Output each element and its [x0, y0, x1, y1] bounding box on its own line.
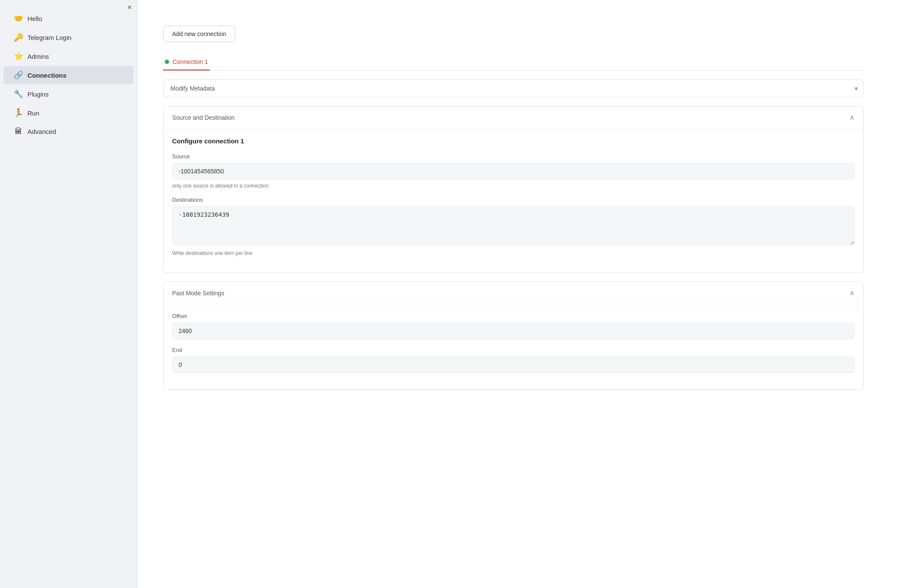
sidebar-item-plugins[interactable]: 🔧 Plugins	[3, 85, 133, 103]
source-label: Source	[172, 153, 855, 160]
sidebar-item-advanced[interactable]: 🏛 Advanced	[3, 123, 133, 140]
plugins-icon: 🔧	[14, 89, 23, 99]
close-button[interactable]: ×	[127, 3, 132, 11]
sidebar-nav: 🤝 Hello 🔑 Telegram Login ⭐ Admins 🔗 Conn…	[0, 5, 137, 145]
sidebar-item-admins[interactable]: ⭐ Admins	[3, 47, 133, 65]
main-content: Add new connection Connection 1 Modify M…	[137, 0, 898, 588]
modify-metadata-select[interactable]: Modify Metadata	[163, 79, 864, 97]
sidebar-item-label: Connections	[27, 72, 67, 79]
configure-title: Configure connection 1	[172, 137, 855, 145]
source-input[interactable]	[172, 163, 855, 179]
past-mode-chevron-icon: ∧	[849, 289, 855, 297]
add-connection-button[interactable]: Add new connection	[163, 26, 235, 42]
destinations-field-group: Destinations -1001923236439 Write destin…	[172, 197, 855, 256]
source-destination-section: Source and Destination ∧ Configure conne…	[163, 106, 864, 273]
key-icon: 🔑	[14, 33, 23, 42]
connections-icon: 🔗	[14, 70, 23, 80]
connection-status-dot	[165, 60, 169, 64]
modify-metadata-dropdown-wrapper: Modify Metadata ▾	[163, 79, 864, 97]
source-destination-chevron-icon: ∧	[849, 113, 855, 121]
end-input[interactable]	[172, 357, 855, 373]
source-destination-title: Source and Destination	[172, 114, 235, 121]
end-label: End	[172, 347, 855, 353]
offset-input[interactable]	[172, 323, 855, 339]
sidebar-item-label: Plugins	[27, 91, 49, 98]
sidebar-item-label: Telegram Login	[27, 34, 72, 41]
advanced-icon: 🏛	[14, 127, 23, 136]
connections-tabs: Connection 1	[163, 54, 864, 71]
past-mode-settings-section: Past Mode Settings ∧ Offset End	[163, 282, 864, 390]
destinations-hint: Write destinations one item per line	[172, 250, 855, 256]
sidebar-item-run[interactable]: 🏃 Run	[3, 104, 133, 122]
run-icon: 🏃	[14, 108, 23, 118]
star-icon: ⭐	[14, 52, 23, 61]
past-mode-settings-body: Offset End	[164, 304, 863, 389]
sidebar-item-connections[interactable]: 🔗 Connections	[3, 66, 133, 84]
offset-field-group: Offset	[172, 313, 855, 339]
sidebar-item-label: Hello	[27, 15, 42, 22]
source-hint: only one source is allowed in a connecti…	[172, 183, 855, 189]
destinations-label: Destinations	[172, 197, 855, 203]
sidebar-item-label: Advanced	[27, 128, 56, 135]
sidebar-item-hello[interactable]: 🤝 Hello	[3, 9, 133, 27]
hello-icon: 🤝	[14, 14, 23, 23]
sidebar-item-telegram-login[interactable]: 🔑 Telegram Login	[3, 28, 133, 46]
source-destination-header[interactable]: Source and Destination ∧	[164, 106, 863, 128]
source-field-group: Source only one source is allowed in a c…	[172, 153, 855, 189]
tab-label: Connection 1	[173, 58, 208, 65]
past-mode-settings-title: Past Mode Settings	[172, 290, 224, 297]
past-mode-settings-header[interactable]: Past Mode Settings ∧	[164, 282, 863, 304]
sidebar-item-label: Run	[27, 109, 39, 117]
tab-connection-1[interactable]: Connection 1	[163, 54, 210, 70]
source-destination-body: Configure connection 1 Source only one s…	[164, 128, 863, 273]
sidebar: × 🤝 Hello 🔑 Telegram Login ⭐ Admins 🔗 Co…	[0, 0, 137, 588]
sidebar-item-label: Admins	[27, 53, 49, 60]
destinations-textarea[interactable]: -1001923236439	[172, 206, 855, 245]
offset-label: Offset	[172, 313, 855, 319]
end-field-group: End	[172, 347, 855, 373]
